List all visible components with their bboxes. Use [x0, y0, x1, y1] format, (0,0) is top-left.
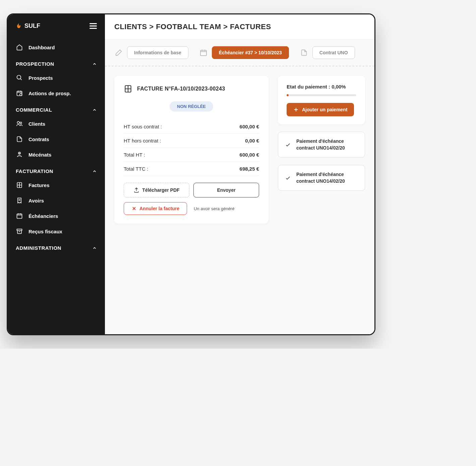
document-edit-icon: [300, 48, 308, 57]
section-title: PROSPECTION: [16, 61, 54, 67]
status-badge: NON RÉGLÉE: [170, 101, 213, 112]
sidebar-item-label: Échéanciers: [28, 213, 58, 219]
invoice-row-label: Total HT :: [124, 152, 145, 158]
sidebar-item-label: Reçus fiscaux: [28, 229, 62, 234]
button-row: Télécharger PDF Envoyer: [124, 183, 259, 197]
users-icon: [16, 120, 23, 127]
calculator-icon: [16, 181, 23, 189]
sidebar-item-echeanciers[interactable]: Échéanciers: [8, 208, 105, 224]
plus-icon: [293, 107, 299, 112]
calendar-icon: [16, 212, 23, 220]
sidebar-item-label: Factures: [28, 182, 50, 188]
chevron-up-icon: [92, 246, 97, 250]
invoice-row-value: 600,00 €: [240, 124, 259, 129]
tabs-row: Informations de base Échéancier #37 > 10…: [105, 40, 374, 66]
sidebar-item-label: Mécénats: [28, 152, 51, 158]
button-row-2: Annuler la facture Un avoir sera généré: [124, 202, 259, 215]
invoice-row-value: 600,00 €: [240, 152, 259, 158]
pencil-icon: [114, 48, 123, 57]
right-column: Etat du paiement : 0,00% Ajouter un paie…: [278, 76, 365, 191]
tab-informations[interactable]: Informations de base: [127, 46, 188, 59]
calculator-icon: [124, 84, 132, 93]
sidebar-item-label: Clients: [28, 121, 45, 127]
svg-point-4: [20, 122, 22, 124]
download-pdf-button[interactable]: Télécharger PDF: [124, 183, 189, 197]
button-label: Télécharger PDF: [142, 187, 179, 193]
sidebar-item-recus[interactable]: Reçus fiscaux: [8, 224, 105, 239]
add-payment-button[interactable]: Ajouter un paiement: [287, 103, 354, 116]
sidebar-item-label: Dashboard: [28, 45, 55, 50]
sidebar-item-label: Contrats: [28, 136, 49, 142]
payment-status-card: Etat du paiement : 0,00% Ajouter un paie…: [278, 76, 365, 124]
svg-point-0: [17, 75, 21, 79]
magnifier-icon: [16, 74, 23, 81]
tab-echeancier[interactable]: Échéancier #37 > 10/10/2023: [212, 46, 289, 59]
breadcrumb: CLIENTS > FOOTBALL TEAM > FACTURES: [105, 14, 374, 39]
invoice-row-label: HT sous contrat :: [124, 124, 162, 129]
send-button[interactable]: Envoyer: [193, 183, 259, 197]
sidebar-item-avoirs[interactable]: Avoirs: [8, 193, 105, 208]
invoice-title: FACTURE N°FA-10/10/2023-00243: [137, 86, 225, 92]
svg-point-2: [20, 94, 22, 96]
sidebar-section-prospection[interactable]: PROSPECTION: [8, 55, 105, 70]
chevron-up-icon: [92, 169, 97, 174]
invoice-header: FACTURE N°FA-10/10/2023-00243: [124, 84, 259, 93]
home-icon: [16, 44, 23, 51]
cards-row: FACTURE N°FA-10/10/2023-00243 NON RÉGLÉE…: [105, 66, 374, 233]
svg-rect-9: [200, 50, 206, 56]
svg-rect-8: [17, 229, 22, 230]
sidebar-section-commercial[interactable]: COMMERCIAL: [8, 101, 105, 116]
cancel-invoice-button[interactable]: Annuler la facture: [124, 202, 187, 215]
chevron-up-icon: [92, 108, 97, 112]
calendar-clock-icon: [16, 90, 23, 97]
sidebar-item-mecenats[interactable]: Mécénats: [8, 147, 105, 162]
donation-icon: [16, 151, 23, 158]
svg-rect-7: [17, 214, 22, 218]
main-content: CLIENTS > FOOTBALL TEAM > FACTURES Infor…: [105, 14, 374, 334]
invoice-row: Total HT : 600,00 €: [124, 148, 259, 162]
sidebar-item-label: Prospects: [28, 75, 53, 81]
invoice-row-value: 0,00 €: [245, 138, 259, 143]
sidebar-item-actions-prosp[interactable]: Actions de prosp.: [8, 85, 105, 101]
sidebar-item-dashboard[interactable]: Dashboard: [8, 40, 105, 55]
invoice-row-label: Total TTC :: [124, 166, 148, 172]
cancel-note: Un avoir sera généré: [194, 206, 234, 211]
check-icon: [285, 142, 291, 148]
sidebar-section-administration[interactable]: ADMINISTRATION: [8, 239, 105, 254]
tab-contrat[interactable]: Contrat UNO: [312, 46, 355, 59]
sidebar-header: SULF: [8, 22, 105, 40]
button-label: Ajouter un paiement: [302, 107, 347, 112]
document-edit-icon: [16, 135, 23, 143]
payment-item-label: Paiement d'échéance contract UNO14/02/20: [296, 138, 358, 151]
app-frame: SULF Dashboard PROSPECTION Prospects: [7, 13, 375, 335]
close-icon: [131, 206, 137, 211]
svg-point-3: [17, 121, 19, 124]
archive-icon: [16, 228, 23, 235]
content-area: Informations de base Échéancier #37 > 10…: [105, 39, 374, 334]
sidebar-section-facturation[interactable]: FACTURATION: [8, 162, 105, 177]
payment-item-label: Paiement d'échéance contract UNO14/02/20: [296, 171, 358, 184]
chevron-up-icon: [92, 62, 97, 66]
invoice-row-value: 698,25 €: [240, 166, 259, 172]
logo: SULF: [16, 22, 40, 30]
upload-icon: [133, 187, 139, 193]
payment-status-label: Etat du paiement : 0,00%: [287, 84, 356, 90]
sidebar-item-contrats[interactable]: Contrats: [8, 131, 105, 147]
sidebar-item-factures[interactable]: Factures: [8, 177, 105, 193]
button-label: Annuler la facture: [139, 206, 179, 211]
receipt-icon: [16, 197, 23, 204]
menu-toggle-icon[interactable]: [90, 23, 97, 29]
brand-name: SULF: [24, 22, 40, 30]
flame-icon: [16, 23, 22, 30]
payment-item[interactable]: Paiement d'échéance contract UNO14/02/20: [278, 165, 365, 191]
progress-bar: [287, 94, 356, 96]
sidebar-item-prospects[interactable]: Prospects: [8, 70, 105, 85]
sidebar-item-clients[interactable]: Clients: [8, 116, 105, 131]
check-icon: [285, 175, 291, 181]
invoice-card: FACTURE N°FA-10/10/2023-00243 NON RÉGLÉE…: [114, 76, 269, 224]
sidebar-item-label: Actions de prosp.: [28, 91, 71, 96]
invoice-row: HT sous contrat : 600,00 €: [124, 120, 259, 134]
sidebar-item-label: Avoirs: [28, 198, 44, 203]
payment-item[interactable]: Paiement d'échéance contract UNO14/02/20: [278, 132, 365, 158]
invoice-row-label: HT hors contrat :: [124, 138, 161, 143]
